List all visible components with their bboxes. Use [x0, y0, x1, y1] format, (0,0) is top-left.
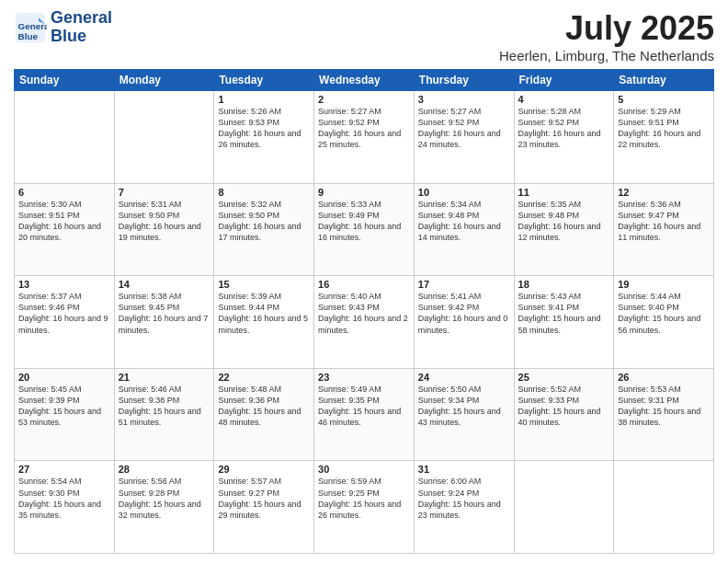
- day-number: 30: [318, 464, 410, 475]
- day-info: Sunrise: 5:34 AM Sunset: 9:48 PM Dayligh…: [418, 199, 510, 244]
- day-number: 15: [218, 279, 310, 290]
- day-info: Sunrise: 5:27 AM Sunset: 9:52 PM Dayligh…: [418, 106, 510, 151]
- day-info: Sunrise: 5:46 AM Sunset: 9:38 PM Dayligh…: [119, 384, 210, 429]
- table-row: 2Sunrise: 5:27 AM Sunset: 9:52 PM Daylig…: [314, 91, 415, 184]
- day-info: Sunrise: 5:45 AM Sunset: 9:39 PM Dayligh…: [18, 384, 110, 429]
- day-info: Sunrise: 5:54 AM Sunset: 9:30 PM Dayligh…: [18, 476, 110, 521]
- day-number: 1: [218, 94, 310, 105]
- page: General Blue General Blue July 2025 Heer…: [0, 0, 728, 563]
- day-info: Sunrise: 5:28 AM Sunset: 9:52 PM Dayligh…: [518, 106, 610, 151]
- table-row: [114, 91, 214, 184]
- day-number: 17: [418, 279, 510, 290]
- calendar-week-row: 13Sunrise: 5:37 AM Sunset: 9:46 PM Dayli…: [15, 276, 714, 369]
- logo-text-line2: Blue: [51, 28, 112, 46]
- table-row: 13Sunrise: 5:37 AM Sunset: 9:46 PM Dayli…: [15, 276, 115, 369]
- day-number: 19: [618, 279, 710, 290]
- day-number: 27: [18, 464, 110, 475]
- logo-text-line1: General: [51, 9, 112, 28]
- col-sunday: Sunday: [15, 70, 115, 91]
- day-info: Sunrise: 5:43 AM Sunset: 9:41 PM Dayligh…: [518, 291, 610, 336]
- col-monday: Monday: [114, 70, 214, 91]
- table-row: 31Sunrise: 6:00 AM Sunset: 9:24 PM Dayli…: [414, 461, 514, 554]
- table-row: 7Sunrise: 5:31 AM Sunset: 9:50 PM Daylig…: [114, 183, 214, 276]
- day-number: 14: [119, 279, 210, 290]
- calendar-header-row: Sunday Monday Tuesday Wednesday Thursday…: [15, 70, 714, 91]
- table-row: 30Sunrise: 5:59 AM Sunset: 9:25 PM Dayli…: [314, 461, 415, 554]
- header: General Blue General Blue July 2025 Heer…: [14, 9, 714, 63]
- day-info: Sunrise: 5:26 AM Sunset: 9:53 PM Dayligh…: [218, 106, 310, 151]
- table-row: 1Sunrise: 5:26 AM Sunset: 9:53 PM Daylig…: [214, 91, 314, 184]
- day-number: 10: [418, 187, 510, 198]
- day-info: Sunrise: 5:29 AM Sunset: 9:51 PM Dayligh…: [618, 106, 710, 151]
- table-row: 3Sunrise: 5:27 AM Sunset: 9:52 PM Daylig…: [414, 91, 514, 184]
- table-row: [514, 461, 614, 554]
- day-number: 4: [518, 94, 610, 105]
- day-number: 26: [618, 372, 710, 383]
- col-thursday: Thursday: [414, 70, 514, 91]
- logo-icon: General Blue: [14, 11, 47, 44]
- day-number: 21: [119, 372, 210, 383]
- table-row: 25Sunrise: 5:52 AM Sunset: 9:33 PM Dayli…: [514, 368, 614, 461]
- calendar-week-row: 27Sunrise: 5:54 AM Sunset: 9:30 PM Dayli…: [15, 461, 714, 554]
- day-number: 11: [518, 187, 610, 198]
- table-row: 10Sunrise: 5:34 AM Sunset: 9:48 PM Dayli…: [414, 183, 514, 276]
- day-info: Sunrise: 5:37 AM Sunset: 9:46 PM Dayligh…: [18, 291, 110, 336]
- table-row: 18Sunrise: 5:43 AM Sunset: 9:41 PM Dayli…: [514, 276, 614, 369]
- day-number: 13: [18, 279, 110, 290]
- table-row: 14Sunrise: 5:38 AM Sunset: 9:45 PM Dayli…: [114, 276, 214, 369]
- calendar-week-row: 1Sunrise: 5:26 AM Sunset: 9:53 PM Daylig…: [15, 91, 714, 184]
- main-title: July 2025: [499, 9, 714, 48]
- day-number: 25: [518, 372, 610, 383]
- calendar-week-row: 6Sunrise: 5:30 AM Sunset: 9:51 PM Daylig…: [15, 183, 714, 276]
- col-wednesday: Wednesday: [314, 70, 415, 91]
- col-saturday: Saturday: [614, 70, 714, 91]
- table-row: 11Sunrise: 5:35 AM Sunset: 9:48 PM Dayli…: [514, 183, 614, 276]
- day-number: 22: [218, 372, 310, 383]
- table-row: 4Sunrise: 5:28 AM Sunset: 9:52 PM Daylig…: [514, 91, 614, 184]
- day-info: Sunrise: 5:49 AM Sunset: 9:35 PM Dayligh…: [318, 384, 410, 429]
- day-number: 24: [418, 372, 510, 383]
- day-number: 28: [119, 464, 210, 475]
- day-number: 5: [618, 94, 710, 105]
- day-number: 23: [318, 372, 410, 383]
- table-row: 9Sunrise: 5:33 AM Sunset: 9:49 PM Daylig…: [314, 183, 415, 276]
- col-friday: Friday: [514, 70, 614, 91]
- day-info: Sunrise: 5:59 AM Sunset: 9:25 PM Dayligh…: [318, 476, 410, 521]
- day-info: Sunrise: 5:39 AM Sunset: 9:44 PM Dayligh…: [218, 291, 310, 336]
- table-row: 28Sunrise: 5:56 AM Sunset: 9:28 PM Dayli…: [114, 461, 214, 554]
- day-info: Sunrise: 5:48 AM Sunset: 9:36 PM Dayligh…: [218, 384, 310, 429]
- day-info: Sunrise: 5:53 AM Sunset: 9:31 PM Dayligh…: [618, 384, 710, 429]
- day-number: 3: [418, 94, 510, 105]
- table-row: 21Sunrise: 5:46 AM Sunset: 9:38 PM Dayli…: [114, 368, 214, 461]
- day-number: 8: [218, 187, 310, 198]
- day-number: 12: [618, 187, 710, 198]
- title-block: July 2025 Heerlen, Limburg, The Netherla…: [499, 9, 714, 63]
- table-row: 27Sunrise: 5:54 AM Sunset: 9:30 PM Dayli…: [15, 461, 115, 554]
- table-row: [15, 91, 115, 184]
- day-number: 16: [318, 279, 410, 290]
- day-info: Sunrise: 5:56 AM Sunset: 9:28 PM Dayligh…: [119, 476, 210, 521]
- day-info: Sunrise: 5:30 AM Sunset: 9:51 PM Dayligh…: [18, 199, 110, 244]
- day-number: 31: [418, 464, 510, 475]
- table-row: 26Sunrise: 5:53 AM Sunset: 9:31 PM Dayli…: [614, 368, 714, 461]
- table-row: 23Sunrise: 5:49 AM Sunset: 9:35 PM Dayli…: [314, 368, 415, 461]
- day-info: Sunrise: 5:57 AM Sunset: 9:27 PM Dayligh…: [218, 476, 310, 521]
- day-number: 6: [18, 187, 110, 198]
- col-tuesday: Tuesday: [214, 70, 314, 91]
- day-info: Sunrise: 5:35 AM Sunset: 9:48 PM Dayligh…: [518, 199, 610, 244]
- day-info: Sunrise: 5:50 AM Sunset: 9:34 PM Dayligh…: [418, 384, 510, 429]
- table-row: 16Sunrise: 5:40 AM Sunset: 9:43 PM Dayli…: [314, 276, 415, 369]
- day-info: Sunrise: 5:41 AM Sunset: 9:42 PM Dayligh…: [418, 291, 510, 336]
- day-number: 7: [119, 187, 210, 198]
- day-number: 20: [18, 372, 110, 383]
- table-row: 20Sunrise: 5:45 AM Sunset: 9:39 PM Dayli…: [15, 368, 115, 461]
- table-row: 6Sunrise: 5:30 AM Sunset: 9:51 PM Daylig…: [15, 183, 115, 276]
- day-info: Sunrise: 5:31 AM Sunset: 9:50 PM Dayligh…: [119, 199, 210, 244]
- table-row: 22Sunrise: 5:48 AM Sunset: 9:36 PM Dayli…: [214, 368, 314, 461]
- table-row: 17Sunrise: 5:41 AM Sunset: 9:42 PM Dayli…: [414, 276, 514, 369]
- svg-text:Blue: Blue: [18, 30, 39, 40]
- table-row: 15Sunrise: 5:39 AM Sunset: 9:44 PM Dayli…: [214, 276, 314, 369]
- day-info: Sunrise: 5:27 AM Sunset: 9:52 PM Dayligh…: [318, 106, 410, 151]
- logo: General Blue General Blue: [14, 9, 112, 46]
- calendar-week-row: 20Sunrise: 5:45 AM Sunset: 9:39 PM Dayli…: [15, 368, 714, 461]
